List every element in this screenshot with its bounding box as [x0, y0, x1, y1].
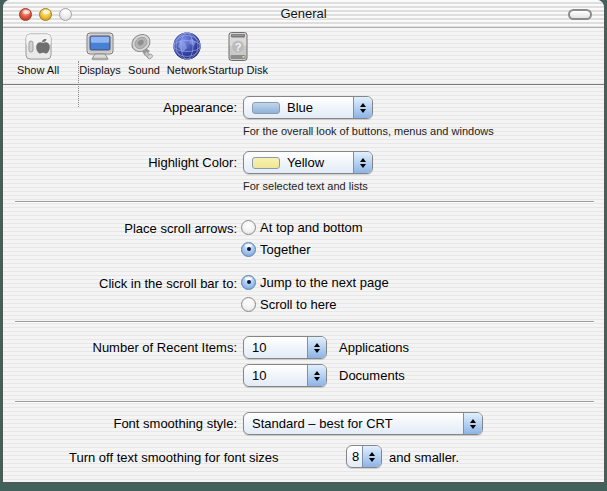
radio-together[interactable]: Together	[241, 241, 311, 257]
popup-stepper[interactable]	[307, 337, 326, 358]
font-smoothing-popup[interactable]: Standard – best for CRT	[243, 412, 483, 435]
font-smoothing-label: Font smoothing style:	[3, 416, 237, 431]
startup-disk-icon: ?	[222, 31, 254, 63]
arrow-down-icon	[314, 349, 320, 353]
window-title: General	[3, 6, 604, 21]
popup-stepper[interactable]	[353, 97, 372, 118]
appearance-hint: For the overall look of buttons, menus a…	[243, 125, 494, 137]
toolbar-label: Show All	[3, 64, 73, 76]
appearance-value: Blue	[287, 100, 313, 115]
smoothing-size-value: 8	[347, 449, 362, 464]
toolbar-item-startup-disk[interactable]: ? Startup Disk	[203, 31, 273, 83]
popup-stepper[interactable]	[362, 446, 381, 467]
show-all-icon	[22, 31, 54, 63]
arrow-up-icon	[360, 103, 366, 107]
arrow-up-icon	[470, 419, 476, 423]
radio-label: Jump to the next page	[260, 275, 389, 290]
toolbar-item-show-all[interactable]: Show All	[3, 31, 73, 83]
arrow-down-icon	[314, 377, 320, 381]
scroll-arrows-label: Place scroll arrows:	[3, 221, 237, 236]
radio-icon-selected[interactable]	[241, 275, 256, 290]
highlight-value: Yellow	[287, 155, 324, 170]
separator	[15, 321, 594, 323]
title-bar[interactable]: General	[3, 0, 604, 28]
smoothing-threshold-prefix: Turn off text smoothing for font sizes	[69, 450, 279, 465]
smoothing-size-popup[interactable]: 8	[346, 445, 382, 468]
applications-caption: Applications	[339, 340, 409, 355]
radio-icon[interactable]	[241, 297, 256, 312]
documents-caption: Documents	[339, 368, 405, 383]
recent-applications-value: 10	[244, 340, 307, 355]
highlight-popup[interactable]: Yellow	[243, 151, 373, 174]
arrow-down-icon	[360, 109, 366, 113]
recent-items-label: Number of Recent Items:	[3, 340, 237, 355]
desktop: General Show All	[0, 0, 607, 491]
font-smoothing-value: Standard – best for CRT	[244, 416, 463, 431]
highlight-label: Highlight Color:	[3, 155, 237, 170]
separator	[15, 401, 594, 403]
highlight-hint: For selected text and lists	[243, 180, 368, 192]
arrow-up-icon	[314, 343, 320, 347]
radio-label: Together	[260, 242, 311, 257]
radio-icon[interactable]	[241, 220, 256, 235]
arrow-down-icon	[369, 458, 375, 462]
toolbar-label: Startup Disk	[203, 64, 273, 76]
recent-documents-popup[interactable]: 10	[243, 364, 327, 387]
radio-icon-selected[interactable]	[241, 242, 256, 257]
separator	[15, 201, 594, 203]
toolbar-toggle-button[interactable]	[568, 9, 592, 20]
toolbar: Show All Displays	[3, 28, 604, 85]
appearance-swatch	[252, 102, 280, 114]
arrow-down-icon	[360, 164, 366, 168]
recent-documents-value: 10	[244, 368, 307, 383]
arrow-up-icon	[360, 158, 366, 162]
recent-applications-popup[interactable]: 10	[243, 336, 327, 359]
popup-stepper[interactable]	[353, 152, 372, 173]
radio-label: At top and bottom	[260, 220, 363, 235]
arrow-up-icon	[369, 452, 375, 456]
svg-text:?: ?	[235, 41, 242, 53]
popup-stepper[interactable]	[463, 413, 482, 434]
smoothing-threshold-suffix: and smaller.	[389, 450, 459, 465]
radio-at-top-and-bottom[interactable]: At top and bottom	[241, 219, 363, 235]
desktop-strip	[0, 483, 607, 491]
network-icon	[171, 31, 203, 63]
radio-jump-next-page[interactable]: Jump to the next page	[241, 274, 389, 290]
preferences-window: General Show All	[2, 0, 605, 483]
popup-stepper[interactable]	[307, 365, 326, 386]
radio-label: Scroll to here	[260, 297, 337, 312]
arrow-down-icon	[470, 425, 476, 429]
appearance-popup[interactable]: Blue	[243, 96, 373, 119]
scroll-click-label: Click in the scroll bar to:	[3, 276, 237, 291]
appearance-label: Appearance:	[3, 100, 237, 115]
highlight-swatch	[252, 157, 280, 169]
arrow-up-icon	[314, 371, 320, 375]
radio-scroll-to-here[interactable]: Scroll to here	[241, 296, 337, 312]
